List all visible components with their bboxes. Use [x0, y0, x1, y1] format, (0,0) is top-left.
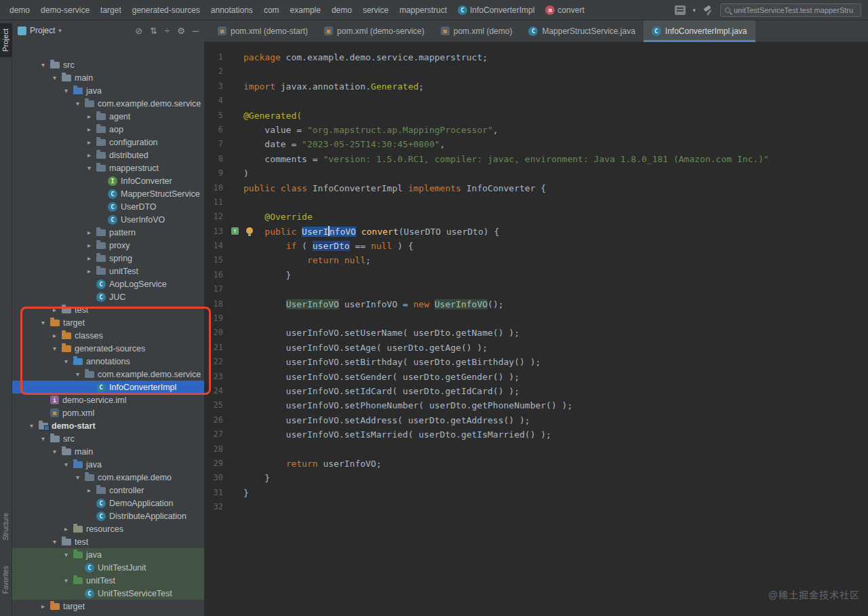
locate-file-icon[interactable]: ⊘: [135, 26, 142, 36]
code-line[interactable]: 9): [204, 166, 868, 180]
tree-item-demoapplication[interactable]: CDemoApplication: [12, 497, 204, 509]
tree-item-infoconverter[interactable]: IInfoConverter: [12, 174, 204, 187]
breadcrumb-item-infoconverterimpl[interactable]: CInfoConverterImpl: [452, 5, 540, 15]
chevron-icon[interactable]: ▾: [74, 370, 81, 378]
chevron-icon[interactable]: ▸: [85, 113, 93, 120]
chevron-icon[interactable]: ▸: [39, 602, 47, 610]
chevron-icon[interactable]: ▾: [51, 74, 58, 81]
code-line[interactable]: 15 return null;: [204, 253, 868, 267]
tree-item-aop[interactable]: ▸aop: [12, 123, 204, 136]
chevron-icon[interactable]: ▾: [62, 577, 70, 584]
tab-infoconverterimpl-java[interactable]: CInfoConverterImpl.java: [644, 20, 755, 41]
breadcrumb-item-demo-service[interactable]: demo-service: [35, 5, 95, 15]
tree-item-unittest[interactable]: ▸unitTest: [12, 265, 204, 277]
code-line[interactable]: 23 userInfoVO.setGender( userDto.getGend…: [204, 370, 868, 384]
override-marker-icon[interactable]: ↑: [231, 227, 239, 235]
code-line[interactable]: 31}: [204, 486, 868, 500]
code-line[interactable]: 2: [204, 64, 868, 79]
collapse-all-icon[interactable]: ÷: [165, 26, 170, 36]
breadcrumb-item-generated-sources[interactable]: generated-sources: [127, 5, 205, 15]
build-hammer-icon[interactable]: [703, 5, 713, 16]
tab-pom-xml-demo-start-[interactable]: mpom.xml (demo-start): [210, 20, 316, 41]
tree-item-aoplogservice[interactable]: CAopLogService: [12, 277, 204, 290]
tree-item-unittestservicetest[interactable]: CUnitTestServiceTest: [12, 587, 204, 600]
tree-item-target[interactable]: ▸target: [12, 600, 204, 613]
tab-pom-xml-demo-service-[interactable]: mpom.xml (demo-service): [316, 20, 433, 41]
chevron-icon[interactable]: ▾: [51, 538, 58, 545]
tree-item-userinfovo[interactable]: CUserInfoVO: [12, 213, 204, 226]
code-line[interactable]: 8 comments = "version: 1.5.0.RC1, compil…: [204, 152, 868, 166]
chevron-icon[interactable]: ▾: [62, 358, 70, 365]
tree-item-main[interactable]: ▾main: [12, 71, 204, 84]
tree-item-test[interactable]: ▾test: [12, 535, 204, 548]
tree-item-userdto[interactable]: CUserDTO: [12, 200, 204, 213]
chevron-icon[interactable]: ▸: [85, 229, 93, 236]
settings-gear-icon[interactable]: ⚙: [177, 26, 185, 36]
code-line[interactable]: 19: [204, 311, 868, 326]
tree-item-java[interactable]: ▾java: [12, 548, 204, 561]
tree-item-distributed[interactable]: ▸distributed: [12, 149, 204, 161]
tree-item-com-example-demo[interactable]: ▾com.example.demo: [12, 471, 204, 484]
tree-item-distributeapplication[interactable]: CDistributeApplication: [12, 509, 204, 522]
breadcrumb-item-com[interactable]: com: [258, 5, 285, 15]
chevron-icon[interactable]: ▾: [28, 422, 35, 429]
tree-item-java[interactable]: ▾java: [12, 458, 204, 471]
hide-panel-icon[interactable]: ─: [193, 26, 199, 36]
tree-item-generated-sources[interactable]: ▾generated-sources: [12, 342, 204, 355]
chevron-icon[interactable]: ▸: [85, 254, 93, 262]
tree-item-unittest[interactable]: ▾unitTest: [12, 574, 204, 587]
tree-item-com-example-demo-service[interactable]: ▾com.example.demo.service: [12, 368, 204, 381]
chevron-icon[interactable]: ▾: [39, 319, 47, 326]
code-line[interactable]: 12 @Override: [204, 210, 868, 224]
project-view-caret-icon[interactable]: ▾: [58, 27, 62, 34]
run-configurations-icon[interactable]: [675, 5, 686, 15]
code-line[interactable]: 27 userInfoVO.setIsMarried( userDto.getI…: [204, 427, 868, 442]
chevron-icon[interactable]: ▸: [85, 242, 93, 249]
code-line[interactable]: 6 value = "org.mapstruct.ap.MappingProce…: [204, 123, 868, 137]
tree-item-demo-service-iml[interactable]: idemo-service.iml: [12, 393, 204, 406]
tree-item-src[interactable]: ▾src: [12, 432, 204, 445]
breadcrumb-item-target[interactable]: target: [95, 5, 127, 15]
code-line[interactable]: 10public class InfoConverterImpl impleme…: [204, 181, 868, 195]
tree-item-annotations[interactable]: ▾annotations: [12, 355, 204, 368]
tree-item-classes[interactable]: ▸classes: [12, 329, 204, 342]
code-line[interactable]: 1package com.example.demo.service.mapper…: [204, 50, 868, 64]
tree-item-com-example-demo-service[interactable]: ▾com.example.demo.service: [12, 97, 204, 110]
tab-pom-xml-demo-[interactable]: mpom.xml (demo): [433, 20, 521, 41]
chevron-icon[interactable]: ▾: [62, 87, 70, 94]
tree-item-controller[interactable]: ▸controller: [12, 484, 204, 497]
chevron-icon[interactable]: ▸: [62, 525, 70, 533]
code-line[interactable]: 29 return userInfoVO;: [204, 457, 868, 471]
chevron-icon[interactable]: ▾: [62, 551, 70, 558]
code-line[interactable]: 11: [204, 195, 868, 210]
tab-mapperstructservice-java[interactable]: CMapperStructService.java: [520, 20, 643, 41]
chevron-icon[interactable]: ▾: [39, 435, 47, 442]
chevron-icon[interactable]: ▸: [85, 138, 93, 146]
chevron-icon[interactable]: ▸: [51, 306, 58, 313]
tree-item-unittestjunit[interactable]: CUnitTestJunit: [12, 561, 204, 574]
code-line[interactable]: 3import javax.annotation.Generated;: [204, 79, 868, 94]
tree-item-target[interactable]: ▾target: [12, 316, 204, 329]
run-config-selector[interactable]: unitTestServiceTest.test mapperStru: [720, 3, 861, 17]
code-line[interactable]: 26 userInfoVO.setAddress( userDto.getAdd…: [204, 413, 868, 427]
dropdown-caret-icon[interactable]: ▾: [692, 7, 696, 14]
intention-bulb-icon[interactable]: [246, 227, 253, 234]
code-line[interactable]: 25 userInfoVO.setPhoneNumber( userDto.ge…: [204, 398, 868, 412]
tree-item-demo-start[interactable]: ▾demo-start: [12, 419, 204, 432]
tree-item-infoconverterimpl[interactable]: CInfoConverterImpl: [12, 381, 204, 393]
chevron-icon[interactable]: ▾: [85, 164, 93, 172]
tree-item-test[interactable]: ▸test: [12, 303, 204, 316]
breadcrumb-item-service[interactable]: service: [357, 5, 394, 15]
structure-tool-window-button[interactable]: Structure: [0, 510, 12, 543]
chevron-icon[interactable]: ▸: [85, 486, 93, 494]
breadcrumb-item-convert[interactable]: mconvert: [540, 5, 589, 15]
chevron-icon[interactable]: ▾: [39, 61, 47, 69]
code-line[interactable]: 13↑ public UserInfoVO convert(UserDTO us…: [204, 225, 868, 239]
expand-collapse-icon[interactable]: ⇅: [150, 26, 157, 36]
tree-item-main[interactable]: ▾main: [12, 445, 204, 458]
override-marker-gutter[interactable]: ↑: [229, 225, 243, 239]
code-line[interactable]: 18 UserInfoVO userInfoVO = new UserInfoV…: [204, 297, 868, 311]
chevron-icon[interactable]: ▾: [74, 100, 81, 107]
tree-item-java[interactable]: ▾java: [12, 84, 204, 97]
code-line[interactable]: 21 userInfoVO.setAge( userDto.getAge() )…: [204, 341, 868, 355]
